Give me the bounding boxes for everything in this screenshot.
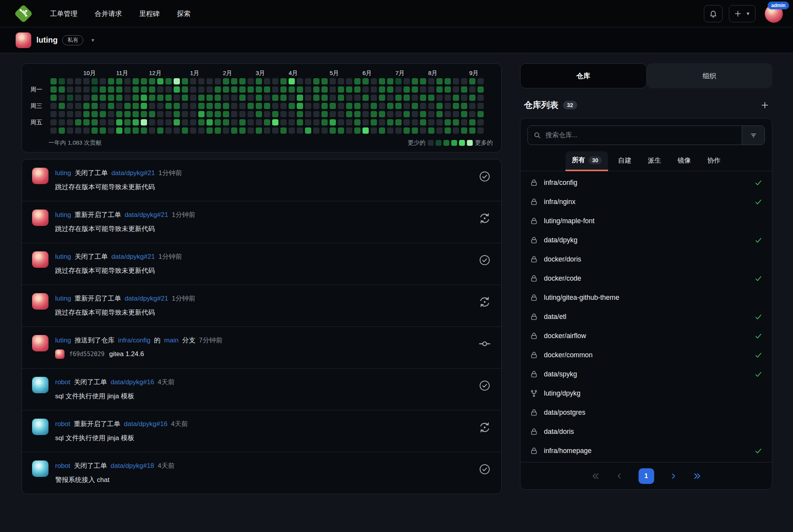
- avatar[interactable]: [32, 168, 48, 184]
- heatmap-cell[interactable]: [420, 95, 426, 101]
- heatmap-cell[interactable]: [174, 119, 180, 125]
- heatmap-cell[interactable]: [83, 127, 90, 134]
- heatmap-cell[interactable]: [321, 111, 328, 117]
- heatmap-cell[interactable]: [75, 78, 81, 84]
- repo-search-input[interactable]: [545, 131, 736, 139]
- heatmap-cell[interactable]: [395, 127, 402, 134]
- heatmap-cell[interactable]: [124, 103, 131, 109]
- heatmap-cell[interactable]: [256, 127, 262, 134]
- heatmap-cell[interactable]: [190, 95, 196, 101]
- avatar[interactable]: [32, 460, 48, 477]
- heatmap-cell[interactable]: [453, 95, 459, 101]
- heatmap-cell[interactable]: [116, 78, 122, 84]
- heatmap-cell[interactable]: [198, 111, 205, 117]
- heatmap-cell[interactable]: [75, 86, 81, 93]
- heatmap-cell[interactable]: [354, 127, 361, 134]
- repo-name[interactable]: data/etl: [544, 313, 566, 321]
- heatmap-cell[interactable]: [50, 78, 57, 84]
- heatmap-cell[interactable]: [182, 86, 188, 93]
- git-logo-icon[interactable]: [13, 4, 34, 24]
- repo-row[interactable]: data/doris: [520, 422, 772, 441]
- heatmap-cell[interactable]: [477, 78, 484, 84]
- heatmap-cell[interactable]: [100, 86, 106, 93]
- heatmap-cell[interactable]: [223, 103, 229, 109]
- heatmap-cell[interactable]: [59, 127, 65, 134]
- filter-tab-协作[interactable]: 协作: [701, 151, 727, 171]
- heatmap-cell[interactable]: [165, 95, 172, 101]
- heatmap-cell[interactable]: [330, 86, 336, 93]
- heatmap-cell[interactable]: [362, 119, 369, 125]
- heatmap-cell[interactable]: [461, 78, 467, 84]
- feed-link[interactable]: luting: [55, 211, 71, 219]
- heatmap-cell[interactable]: [445, 127, 451, 134]
- heatmap-cell[interactable]: [141, 119, 147, 125]
- heatmap-cell[interactable]: [354, 95, 361, 101]
- heatmap-cell[interactable]: [280, 119, 287, 125]
- heatmap-cell[interactable]: [248, 86, 254, 93]
- heatmap-cell[interactable]: [445, 119, 451, 125]
- heatmap-cell[interactable]: [141, 111, 147, 117]
- heatmap-cell[interactable]: [313, 119, 319, 125]
- heatmap-cell[interactable]: [313, 103, 319, 109]
- heatmap-cell[interactable]: [280, 127, 287, 134]
- heatmap-cell[interactable]: [289, 78, 295, 84]
- heatmap-cell[interactable]: [231, 95, 237, 101]
- heatmap-cell[interactable]: [289, 111, 295, 117]
- heatmap-cell[interactable]: [108, 119, 114, 125]
- heatmap-cell[interactable]: [313, 95, 319, 101]
- feed-link[interactable]: data/dpykg#18: [111, 462, 154, 470]
- heatmap-cell[interactable]: [330, 95, 336, 101]
- heatmap-cell[interactable]: [346, 127, 352, 134]
- heatmap-cell[interactable]: [182, 103, 188, 109]
- heatmap-cell[interactable]: [387, 86, 393, 93]
- heatmap-cell[interactable]: [108, 78, 114, 84]
- commit-hash-link[interactable]: f69d552029: [69, 351, 104, 358]
- heatmap-cell[interactable]: [215, 86, 221, 93]
- heatmap-cell[interactable]: [445, 103, 451, 109]
- repo-name[interactable]: data/postgres: [544, 408, 585, 417]
- heatmap-cell[interactable]: [280, 86, 287, 93]
- heatmap-cell[interactable]: [354, 78, 361, 84]
- heatmap-cell[interactable]: [272, 86, 278, 93]
- heatmap-cell[interactable]: [453, 111, 459, 117]
- heatmap-cell[interactable]: [108, 111, 114, 117]
- chevron-down-icon[interactable]: ▼: [90, 38, 95, 43]
- heatmap-cell[interactable]: [264, 127, 270, 134]
- heatmap-cell[interactable]: [445, 111, 451, 117]
- heatmap-cell[interactable]: [445, 86, 451, 93]
- heatmap-cell[interactable]: [272, 111, 278, 117]
- heatmap-cell[interactable]: [50, 103, 57, 109]
- heatmap-cell[interactable]: [133, 86, 139, 93]
- repo-name[interactable]: infra/homepage: [544, 447, 592, 455]
- heatmap-cell[interactable]: [59, 86, 65, 93]
- heatmap-cell[interactable]: [272, 78, 278, 84]
- heatmap-cell[interactable]: [420, 119, 426, 125]
- repo-filter-button[interactable]: [742, 126, 764, 145]
- sidebar-tab-组织[interactable]: 组织: [647, 63, 773, 88]
- heatmap-cell[interactable]: [272, 119, 278, 125]
- heatmap-cell[interactable]: [330, 111, 336, 117]
- heatmap-cell[interactable]: [395, 95, 402, 101]
- repo-name[interactable]: luting/maple-font: [544, 217, 594, 225]
- heatmap-cell[interactable]: [215, 111, 221, 117]
- heatmap-cell[interactable]: [83, 111, 90, 117]
- repo-row[interactable]: data/etl: [520, 307, 772, 326]
- heatmap-cell[interactable]: [371, 111, 377, 117]
- heatmap-cell[interactable]: [215, 95, 221, 101]
- heatmap-cell[interactable]: [305, 111, 311, 117]
- feed-link[interactable]: data/dpykg#21: [125, 211, 169, 219]
- repo-name[interactable]: luting/dpykg: [544, 389, 580, 398]
- heatmap-cell[interactable]: [67, 127, 73, 134]
- feed-link[interactable]: luting: [55, 169, 71, 177]
- heatmap-cell[interactable]: [190, 119, 196, 125]
- nav-link-4[interactable]: 探索: [177, 9, 191, 18]
- heatmap-cell[interactable]: [428, 119, 434, 125]
- heatmap-cell[interactable]: [387, 95, 393, 101]
- heatmap-cell[interactable]: [272, 103, 278, 109]
- heatmap-cell[interactable]: [338, 95, 344, 101]
- heatmap-cell[interactable]: [264, 103, 270, 109]
- heatmap-cell[interactable]: [67, 95, 73, 101]
- heatmap-cell[interactable]: [223, 119, 229, 125]
- heatmap-cell[interactable]: [108, 86, 114, 93]
- heatmap-cell[interactable]: [124, 78, 131, 84]
